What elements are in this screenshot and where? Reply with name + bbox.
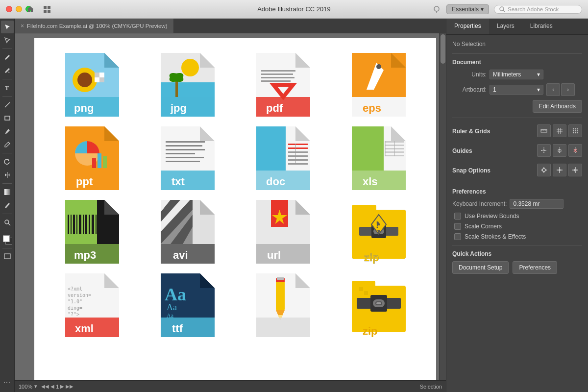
svg-rect-105 <box>92 215 94 234</box>
preferences-button[interactable]: Preferences <box>513 261 557 274</box>
snap-grid-icon-btn[interactable] <box>553 164 566 176</box>
edit-artboards-button[interactable]: Edit Artboards <box>533 100 582 113</box>
preferences-section-title: Preferences <box>452 188 582 195</box>
prev-artboard-icon-btn[interactable]: ‹ <box>546 83 560 96</box>
selection-tool[interactable] <box>1 21 14 33</box>
prev-artboard-button[interactable]: ◀◀ <box>41 384 49 389</box>
rectangle-tool[interactable] <box>1 112 14 124</box>
svg-text:"?">: "?"> <box>68 312 79 317</box>
next-artboard-icon-btn[interactable]: › <box>561 83 575 96</box>
svg-rect-65 <box>166 153 195 154</box>
svg-rect-106 <box>96 215 97 234</box>
workspace-selector[interactable]: Essentials ▾ <box>446 4 489 14</box>
guide-clear-icon-btn[interactable] <box>568 144 582 157</box>
svg-point-184 <box>575 128 576 129</box>
rotate-tool[interactable] <box>1 155 14 168</box>
svg-marker-28 <box>200 53 215 68</box>
document-setup-button[interactable]: Document Setup <box>452 261 509 274</box>
more-tools-button[interactable]: ··· <box>1 375 14 388</box>
divider-3 <box>452 183 582 183</box>
tool-divider-6 <box>2 214 12 214</box>
svg-point-30 <box>181 59 199 76</box>
next-artboard-step-button[interactable]: ▶ <box>60 384 64 389</box>
file-icon-zip-folder: ! zip <box>331 195 426 269</box>
tab-layers[interactable]: Layers <box>489 19 522 34</box>
svg-text:doc: doc <box>266 175 285 188</box>
svg-rect-67 <box>166 161 200 162</box>
tab-libraries[interactable]: Libraries <box>522 19 561 34</box>
zoom-tool[interactable] <box>1 216 14 229</box>
svg-line-10 <box>5 102 10 107</box>
fill-stroke-indicator[interactable] <box>1 233 14 246</box>
canvas-container[interactable]: png <box>15 33 446 380</box>
minimize-window-button[interactable] <box>16 6 22 12</box>
guide-lock-icon-btn[interactable] <box>553 144 566 157</box>
direct-selection-tool[interactable] <box>1 34 14 47</box>
prev-artboard-step-button[interactable]: ◀ <box>50 384 54 389</box>
svg-rect-127 <box>352 205 376 216</box>
close-window-button[interactable] <box>6 6 12 12</box>
screen-mode-button[interactable] <box>1 250 14 263</box>
svg-rect-57 <box>103 156 107 168</box>
canvas-scroll-thumb[interactable] <box>441 34 445 64</box>
zoom-dropdown-icon[interactable]: ▾ <box>34 383 37 390</box>
guide-add-icon-btn[interactable] <box>537 144 551 157</box>
svg-text:pdf: pdf <box>266 102 283 114</box>
titlebar-right-controls: Essentials ▾ Search Adobe Stock <box>432 4 582 14</box>
dot-grid-icon-btn[interactable] <box>568 124 582 137</box>
add-anchor-point-tool[interactable]: + <box>1 64 14 77</box>
snap-pixel-icon-btn[interactable] <box>568 164 582 176</box>
divider-4 <box>452 245 582 245</box>
document-tab[interactable]: × FileInfo.com Example.ai @ 100% (CMYK/G… <box>15 19 174 33</box>
svg-rect-77 <box>288 159 308 161</box>
svg-text:txt: txt <box>172 175 185 188</box>
svg-text:url: url <box>267 249 281 261</box>
zoom-control[interactable]: 100% ▾ <box>19 383 37 390</box>
file-icon-doc: doc <box>235 122 331 195</box>
tab-close-icon[interactable]: × <box>21 23 24 29</box>
line-tool[interactable] <box>1 98 14 111</box>
keyboard-increment-label: Keyboard Increment: <box>452 200 507 207</box>
zoom-level: 100% <box>19 384 32 390</box>
paintbrush-tool[interactable] <box>1 125 14 138</box>
svg-text:T: T <box>5 85 9 91</box>
canvas-scrollbar[interactable] <box>439 33 446 380</box>
grid-icon-btn[interactable] <box>553 124 566 137</box>
home-icon[interactable] <box>24 2 37 16</box>
artboard-select[interactable]: 1 ▾ <box>490 85 543 95</box>
tab-properties[interactable]: Properties <box>446 19 489 34</box>
keyboard-increment-input[interactable]: 0.3528 mr <box>510 199 564 209</box>
snap-point-icon-btn[interactable] <box>537 164 551 176</box>
titlebar: Adobe Illustrator CC 2019 Essentials ▾ S… <box>0 0 588 19</box>
canvas-area: × FileInfo.com Example.ai @ 100% (CMYK/G… <box>15 19 446 392</box>
pencil-tool[interactable] <box>1 138 14 151</box>
search-adobe-stock[interactable]: Search Adobe Stock <box>494 5 582 14</box>
svg-rect-11 <box>5 116 10 120</box>
svg-text:zip: zip <box>363 325 378 337</box>
use-preview-bounds-checkbox[interactable] <box>454 213 461 220</box>
gradient-tool[interactable] <box>1 186 14 198</box>
next-artboard-button[interactable]: ▶▶ <box>66 384 74 389</box>
tool-divider-1 <box>2 49 12 49</box>
toolbar: + T <box>0 19 15 392</box>
ruler-grids-row: Ruler & Grids <box>452 123 582 139</box>
svg-marker-95 <box>104 200 119 215</box>
svg-rect-170 <box>359 291 363 295</box>
ruler-icon-btn[interactable] <box>537 124 551 137</box>
apps-grid-icon[interactable] <box>40 2 54 16</box>
units-select[interactable]: Millimeters ▾ <box>490 70 543 79</box>
svg-marker-83 <box>391 126 406 141</box>
type-tool[interactable]: T <box>1 81 14 94</box>
svg-point-20 <box>77 73 92 87</box>
svg-text:ttf: ttf <box>172 322 183 335</box>
svg-rect-160 <box>256 318 310 337</box>
pen-tool[interactable] <box>1 51 14 64</box>
eyedropper-tool[interactable] <box>1 199 14 212</box>
artboard-label: Artboard: <box>452 86 487 93</box>
scale-corners-checkbox[interactable] <box>454 223 461 230</box>
file-icon-zip2: zip <box>331 269 426 342</box>
scale-strokes-effects-checkbox[interactable] <box>454 233 461 240</box>
statusbar: 100% ▾ ◀◀ ◀ 1 ▶ ▶▶ Selection <box>15 380 446 392</box>
reflect-tool[interactable] <box>1 169 14 181</box>
svg-point-191 <box>577 132 578 133</box>
